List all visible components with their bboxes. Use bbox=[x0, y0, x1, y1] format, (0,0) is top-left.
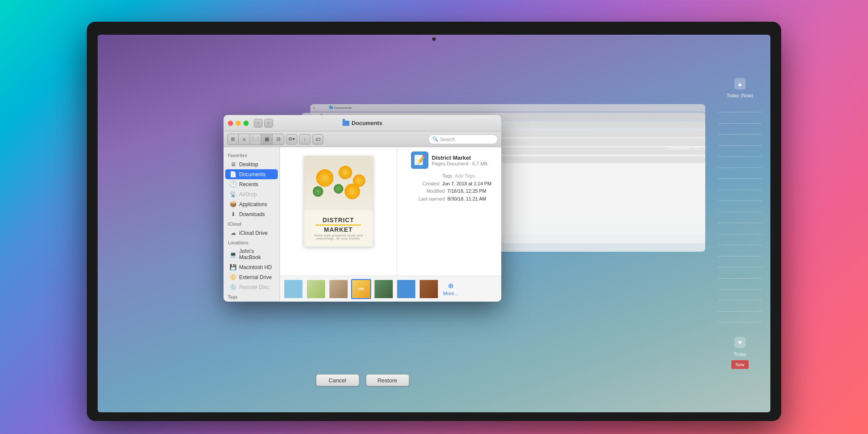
doc-yellow-bar bbox=[316, 224, 361, 226]
time-machine-today-label: Today bbox=[733, 352, 746, 357]
sidebar-label-icloud-drive: iCloud Drive bbox=[239, 230, 267, 236]
navigation-buttons: ‹ › bbox=[254, 119, 273, 128]
sidebar-label-recents: Recents bbox=[239, 181, 258, 187]
preview-panel: 📝 District Market Pages Document · 6.7 M… bbox=[397, 147, 501, 276]
cancel-button[interactable]: Cancel bbox=[316, 374, 359, 386]
sidebar-item-external-drive[interactable]: 📀 External Drive bbox=[225, 272, 278, 282]
share-button[interactable]: ↑ bbox=[299, 134, 310, 145]
back-button[interactable]: ‹ bbox=[254, 119, 263, 128]
modified-row: Modified 7/16/18, 12:25 PM bbox=[412, 187, 487, 195]
cover-flow-button[interactable]: ⊟ bbox=[273, 134, 284, 145]
file-list: DISTRICT MARKET Home style prepared food… bbox=[280, 147, 397, 276]
documents-icon: 📄 bbox=[230, 171, 237, 178]
remote-disc-icon: 💿 bbox=[230, 284, 237, 290]
thumb-inner-5 bbox=[375, 280, 393, 298]
last-opened-label: Last opened bbox=[412, 195, 445, 203]
sidebar-label-remote-disc: Remote Disc bbox=[239, 284, 269, 290]
sidebar-item-airdrop[interactable]: 📡 AirDrop bbox=[225, 189, 278, 199]
finder-toolbar: ⊞ ≡ ⋮⋮ ▦ ⊟ ⚙▾ ↑ 🏷 🔍 Search bbox=[224, 132, 501, 147]
thumb-1[interactable] bbox=[283, 279, 303, 299]
thumb-inner-7 bbox=[420, 280, 438, 298]
sidebar-item-recents[interactable]: 🕐 Recents bbox=[225, 179, 278, 189]
file-size-value: 6.7 MB bbox=[472, 161, 487, 166]
file-title-block: District Market Pages Document · 6.7 MB bbox=[432, 155, 487, 166]
time-machine-down-button[interactable]: ▼ bbox=[734, 337, 746, 348]
macintosh-hd-icon: 💾 bbox=[230, 264, 237, 270]
maximize-button[interactable] bbox=[243, 121, 249, 126]
sidebar-item-applications[interactable]: 📦 Applications bbox=[225, 199, 278, 209]
document-text: DISTRICT MARKET Home style prepared food… bbox=[304, 210, 373, 247]
more-button[interactable]: ⊕ More... bbox=[443, 282, 458, 296]
list-view-button[interactable]: ≡ bbox=[239, 134, 250, 145]
time-machine-timeline bbox=[718, 102, 762, 333]
thumb-7[interactable] bbox=[419, 279, 439, 299]
action-menu-button[interactable]: ⚙▾ bbox=[286, 134, 297, 145]
thumbnail-strip: DM ⊕ Mor bbox=[280, 276, 501, 302]
sidebar-item-documents[interactable]: 📄 Documents bbox=[225, 169, 278, 179]
stacked-win-label-0: Documents bbox=[334, 106, 352, 110]
thumb-inner-6 bbox=[397, 280, 415, 298]
search-placeholder: Search bbox=[440, 137, 494, 142]
close-button[interactable] bbox=[228, 121, 233, 126]
created-row: Created Jun 7, 2018 at 1:14 PM bbox=[407, 180, 492, 188]
tags-add-button[interactable]: Add Tags... bbox=[455, 172, 479, 180]
restore-marker-text: Now bbox=[736, 362, 744, 367]
column-view-button[interactable]: ⋮⋮ bbox=[250, 134, 261, 145]
view-mode-buttons: ⊞ ≡ ⋮⋮ ▦ ⊟ bbox=[227, 134, 284, 145]
search-box[interactable]: 🔍 Search bbox=[428, 135, 498, 144]
sidebar-item-downloads[interactable]: ⬇ Downloads bbox=[225, 209, 278, 219]
sidebar-item-macbook[interactable]: 💻 John's MacBook bbox=[225, 247, 278, 262]
last-opened-value: 8/30/18, 11:21 AM bbox=[447, 195, 486, 203]
sidebar-label-macbook: John's MacBook bbox=[239, 248, 273, 260]
sidebar-item-icloud-drive[interactable]: ☁ iCloud Drive bbox=[225, 228, 278, 238]
forward-button[interactable]: › bbox=[264, 119, 273, 128]
document-image bbox=[304, 156, 373, 210]
restore-button[interactable]: Restore bbox=[366, 374, 409, 386]
preview-image-container: DISTRICT MARKET Home style prepared food… bbox=[284, 151, 392, 256]
file-icon-large: 📝 bbox=[411, 151, 428, 169]
modified-value: 7/16/18, 12:25 PM bbox=[447, 187, 487, 195]
thumb-2[interactable] bbox=[306, 279, 326, 299]
created-value: Jun 7, 2018 at 1:14 PM bbox=[442, 180, 492, 188]
icon-view-button[interactable]: ⊞ bbox=[227, 134, 239, 145]
sidebar-label-documents: Documents bbox=[239, 171, 266, 178]
thumb-inner-1 bbox=[284, 280, 302, 298]
thumb-5[interactable] bbox=[374, 279, 394, 299]
sidebar-item-macintosh-hd[interactable]: 💾 Macintosh HD bbox=[225, 262, 278, 272]
finder-titlebar: ‹ › Documents bbox=[224, 115, 501, 132]
minimize-button[interactable] bbox=[236, 121, 241, 126]
file-type-size: Pages Document · 6.7 MB bbox=[432, 161, 487, 166]
preview-large: DISTRICT MARKET Home style prepared food… bbox=[304, 156, 373, 247]
pages-icon: 📝 bbox=[414, 155, 425, 166]
title-folder-icon bbox=[342, 121, 349, 126]
window-title-text: Documents bbox=[352, 120, 382, 126]
finder-sidebar: Favorites 🖥 Desktop 📄 Documents 🕐 Recent… bbox=[224, 147, 280, 302]
modified-label: Modified bbox=[412, 187, 445, 195]
time-machine-today-now: Today (Now) bbox=[727, 93, 753, 98]
thumb-6[interactable] bbox=[396, 279, 416, 299]
tag-button[interactable]: 🏷 bbox=[312, 134, 323, 145]
sidebar-item-remote-disc[interactable]: 💿 Remote Disc bbox=[225, 282, 278, 292]
file-name: District Market bbox=[432, 155, 487, 161]
thumb-inner-3 bbox=[329, 280, 348, 298]
thumb-3[interactable] bbox=[329, 279, 349, 299]
sidebar-label-airdrop: AirDrop bbox=[239, 191, 257, 197]
more-label: More... bbox=[443, 291, 458, 296]
finder-bottom-buttons: Cancel Restore bbox=[224, 374, 501, 386]
macbook-screen: Documents Documents Documents bbox=[98, 35, 770, 412]
sidebar-label-external-drive: External Drive bbox=[239, 274, 272, 280]
sidebar-section-locations: Locations bbox=[224, 238, 279, 247]
applications-icon: 📦 bbox=[230, 201, 237, 207]
time-machine-restore-marker: Now bbox=[731, 360, 749, 369]
sidebar-section-favorites: Favorites bbox=[224, 151, 279, 159]
thumb-4[interactable]: DM bbox=[351, 279, 371, 299]
recents-icon: 🕐 bbox=[230, 181, 237, 187]
doc-title-line2: MARKET bbox=[324, 227, 353, 233]
finder-content: DISTRICT MARKET Home style prepared food… bbox=[280, 147, 501, 276]
tags-row: Tags Add Tags... bbox=[420, 172, 479, 180]
desktop-icon: 🖥 bbox=[230, 161, 237, 168]
time-machine-up-button[interactable]: ▲ bbox=[734, 78, 746, 89]
gallery-view-button[interactable]: ▦ bbox=[261, 134, 273, 145]
sidebar-item-desktop[interactable]: 🖥 Desktop bbox=[225, 159, 278, 169]
tags-label: Tags bbox=[420, 172, 452, 180]
